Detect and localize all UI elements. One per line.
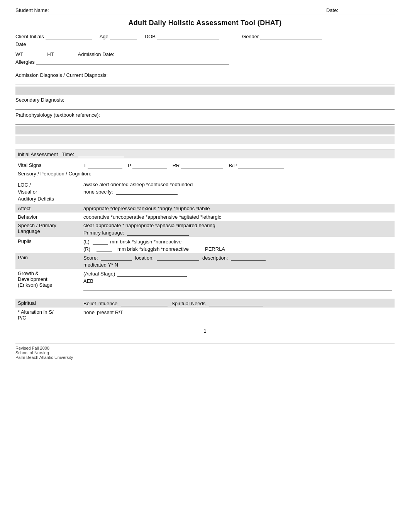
spiritual-needs-input[interactable] bbox=[209, 300, 263, 306]
pain-value-cell: Score: location: description: medicated … bbox=[81, 253, 395, 269]
speech-label-cell: Speech / Primary Language bbox=[15, 221, 81, 237]
secondary-diag-input[interactable] bbox=[15, 104, 395, 110]
alteration-rt-input[interactable] bbox=[125, 309, 257, 315]
loc-label: LOC / Visual or Auditory Deficits bbox=[18, 182, 79, 203]
affect-options-cell: appropriate *depressed *anxious *angry *… bbox=[81, 204, 395, 212]
date-row: Date bbox=[15, 41, 395, 47]
growth-value-cell: (Actual Stage) AEB — bbox=[81, 269, 395, 299]
vital-signs-row: Vital Signs T P RR bbox=[15, 161, 395, 170]
bp-input[interactable] bbox=[238, 162, 284, 168]
pathophys-label: Pathophysiology (textbook reference): bbox=[15, 112, 100, 118]
initial-assessment-section: Initial Assessment Time: Vital Signs T P bbox=[15, 150, 395, 322]
footer-line3: Palm Beach Atlantic University bbox=[15, 355, 395, 360]
belief-input[interactable] bbox=[121, 300, 168, 306]
loc-table: LOC / Visual or Auditory Deficits awake … bbox=[15, 180, 395, 322]
pain-description-input[interactable] bbox=[231, 255, 266, 261]
vital-signs-values: T P RR B/P bbox=[81, 161, 395, 170]
page-number: 1 bbox=[15, 328, 395, 334]
age-input[interactable] bbox=[110, 33, 137, 39]
pain-location-input[interactable] bbox=[157, 255, 199, 261]
bp-label: B/P bbox=[229, 163, 237, 168]
header-date-label: Date: bbox=[326, 7, 338, 13]
spiritual-value-cell: Belief influence Spiritual Needs bbox=[81, 299, 395, 308]
header-right: Date: bbox=[326, 7, 395, 13]
aeb-row: AEB bbox=[83, 278, 392, 291]
loc-specify-input[interactable] bbox=[116, 189, 178, 195]
dob-input[interactable] bbox=[157, 33, 219, 39]
growth-dash: — bbox=[83, 292, 88, 297]
speech-label-2: Language bbox=[18, 228, 40, 234]
rr-field: RR bbox=[173, 162, 224, 168]
page: Student Name: Date: Adult Daily Holistic… bbox=[0, 0, 410, 532]
date-input[interactable] bbox=[27, 41, 89, 47]
pain-row: Pain Score: location: description: medic… bbox=[15, 253, 395, 269]
pupils-r-input[interactable] bbox=[97, 246, 112, 252]
alteration-label-cell: * Alteration in S/ P/C bbox=[15, 308, 81, 322]
actual-stage-input[interactable] bbox=[117, 270, 187, 277]
allergies-label: Allergies bbox=[15, 59, 35, 65]
header-left: Student Name: bbox=[15, 7, 148, 13]
age-label: Age bbox=[100, 34, 108, 39]
pupils-l-input[interactable] bbox=[93, 238, 108, 245]
wt-input[interactable] bbox=[25, 51, 45, 57]
pulse-field: P bbox=[128, 162, 167, 168]
temp-input[interactable] bbox=[88, 162, 122, 168]
pain-description-label: description: bbox=[202, 255, 228, 261]
ht-input[interactable] bbox=[56, 51, 76, 57]
pain-score-label: Score: bbox=[83, 255, 98, 261]
pathophys-shaded-2 bbox=[15, 136, 395, 144]
pulse-input[interactable] bbox=[132, 162, 167, 168]
primary-lang-input[interactable] bbox=[127, 229, 189, 236]
spiritual-fields-row: Belief influence Spiritual Needs bbox=[83, 300, 392, 306]
footer: Revised Fall 2008 School of Nursing Palm… bbox=[15, 343, 395, 360]
spiritual-row: Spiritual Belief influence Spiritual Nee… bbox=[15, 299, 395, 308]
pathophys-section: Pathophysiology (textbook reference): bbox=[15, 112, 395, 125]
speech-label-1: Speech / Primary bbox=[18, 223, 56, 228]
pupils-row: Pupils (L) mm brisk *sluggish *nonreacti… bbox=[15, 237, 395, 253]
page-number-text: 1 bbox=[203, 328, 206, 334]
loc-none-label: none specify: bbox=[83, 189, 113, 195]
pupils-l-mm: mm brisk *sluggish *nonreactive bbox=[110, 239, 181, 245]
loc-none-row: none specify: bbox=[83, 189, 392, 195]
divider-1 bbox=[15, 69, 395, 69]
alteration-present-rt-label: present R/T bbox=[97, 309, 123, 315]
wt-section: WT HT Admission Date: Allergies bbox=[15, 51, 395, 65]
student-name-field[interactable] bbox=[51, 7, 148, 13]
wt-label: WT bbox=[15, 51, 23, 57]
rr-input[interactable] bbox=[181, 162, 223, 168]
wt-row: WT HT Admission Date: bbox=[15, 51, 395, 57]
secondary-diag-section: Secondary Diagnosis: bbox=[15, 97, 395, 110]
pain-score-input[interactable] bbox=[101, 255, 132, 261]
date-label: Date bbox=[15, 41, 26, 47]
aeb-input[interactable] bbox=[83, 285, 392, 291]
pupils-l-label: (L) bbox=[83, 239, 90, 245]
loc-label-3: Auditory Deficits bbox=[18, 196, 54, 202]
client-initials-field: Client Initials bbox=[15, 33, 92, 39]
date-field: Date bbox=[15, 41, 89, 47]
loc-options: awake alert oriented asleep *confused *o… bbox=[83, 182, 392, 187]
sensory-label: Sensory / Perception / Cognition: bbox=[15, 170, 395, 178]
admission-diag-shaded bbox=[15, 87, 395, 95]
pupils-r-row: (R) mm brisk *sluggish *nonreactive PERR… bbox=[83, 246, 392, 252]
allergies-input[interactable] bbox=[36, 59, 229, 65]
student-name-label: Student Name: bbox=[15, 7, 49, 13]
client-initials-input[interactable] bbox=[46, 33, 92, 39]
gender-field: Gender bbox=[242, 33, 322, 39]
admission-diag-input[interactable] bbox=[15, 79, 395, 85]
pupils-label-cell: Pupils bbox=[15, 237, 81, 253]
sensory-label-text: Sensory / Perception / Cognition: bbox=[18, 171, 91, 177]
header-row: Student Name: Date: bbox=[15, 7, 395, 15]
secondary-diag-label: Secondary Diagnosis: bbox=[15, 97, 64, 103]
pupils-r-label: (R) bbox=[83, 246, 90, 252]
speech-value-cell: clear appropriate *inappropriate *aphasi… bbox=[81, 221, 395, 237]
time-input[interactable] bbox=[78, 151, 124, 157]
age-field: Age bbox=[100, 33, 137, 39]
admission-date-input[interactable] bbox=[117, 51, 178, 57]
behavior-label-cell: Behavior bbox=[15, 212, 81, 221]
speech-options: clear appropriate *inappropriate *aphasi… bbox=[83, 223, 392, 228]
affect-row: Affect appropriate *depressed *anxious *… bbox=[15, 204, 395, 212]
header-date-field[interactable] bbox=[341, 7, 395, 13]
gender-input[interactable] bbox=[260, 33, 322, 39]
footer-line1: Revised Fall 2008 bbox=[15, 346, 395, 350]
pathophys-input-1[interactable] bbox=[15, 119, 395, 125]
